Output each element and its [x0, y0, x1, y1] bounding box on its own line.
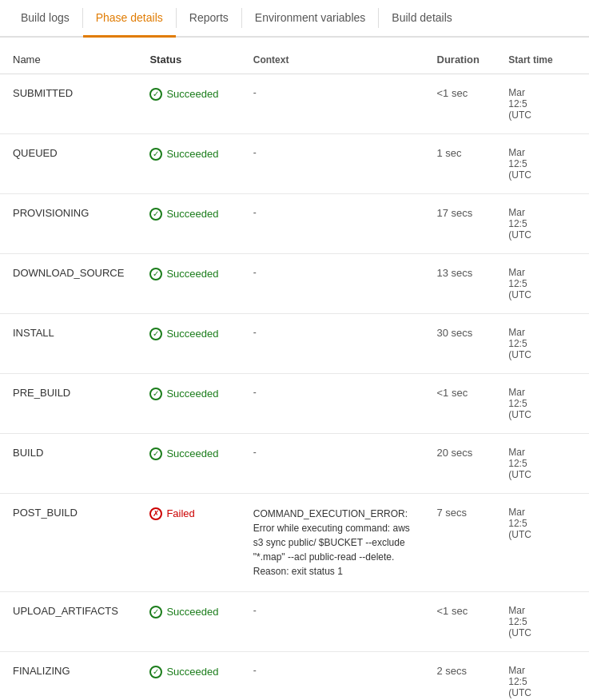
cell-status-8: ✓Succeeded: [137, 592, 240, 652]
status-succeeded: ✓Succeeded: [149, 328, 218, 340]
cell-duration-8: <1 sec: [424, 592, 496, 652]
table-row: FINALIZING✓Succeeded-2 secsMar 12:5 (UTC: [0, 652, 589, 701]
cell-duration-5: <1 sec: [424, 374, 496, 434]
cell-starttime-4: Mar 12:5 (UTC: [495, 314, 589, 374]
table-row: PRE_BUILD✓Succeeded-<1 secMar 12:5 (UTC: [0, 374, 589, 434]
cell-starttime-8: Mar 12:5 (UTC: [495, 592, 589, 652]
status-label: Succeeded: [166, 447, 218, 459]
status-label: Succeeded: [166, 666, 218, 678]
cell-starttime-3: Mar 12:5 (UTC: [495, 254, 589, 314]
fail-icon: ✗: [149, 507, 162, 520]
table-header: Name Status Context Duration Start time: [0, 46, 589, 74]
cell-starttime-6: Mar 12:5 (UTC: [495, 434, 589, 494]
cell-name-5: PRE_BUILD: [0, 374, 137, 434]
cell-context-5: -: [241, 374, 424, 434]
cell-status-7: ✗Failed: [137, 494, 240, 592]
status-label: Failed: [166, 507, 194, 519]
cell-name-4: INSTALL: [0, 314, 137, 374]
cell-name-0: SUBMITTED: [0, 74, 137, 134]
check-icon: ✓: [149, 328, 162, 340]
phase-details-table-wrapper: Name Status Context Duration Start time …: [0, 38, 589, 700]
col-header-context: Context: [241, 46, 424, 74]
cell-name-2: PROVISIONING: [0, 194, 137, 254]
cell-duration-1: 1 sec: [424, 134, 496, 194]
cell-context-6: -: [241, 434, 424, 494]
check-icon: ✓: [149, 388, 162, 400]
cell-name-8: UPLOAD_ARTIFACTS: [0, 592, 137, 652]
cell-duration-2: 17 secs: [424, 194, 496, 254]
status-succeeded: ✓Succeeded: [149, 268, 218, 280]
tab-environment-variables[interactable]: Environment variables: [242, 0, 379, 38]
cell-starttime-2: Mar 12:5 (UTC: [495, 194, 589, 254]
cell-context-0: -: [241, 74, 424, 134]
cell-context-9: -: [241, 652, 424, 701]
check-icon: ✓: [149, 208, 162, 221]
cell-duration-7: 7 secs: [424, 494, 496, 592]
status-label: Succeeded: [166, 208, 218, 220]
status-label: Succeeded: [166, 388, 218, 400]
cell-starttime-5: Mar 12:5 (UTC: [495, 374, 589, 434]
cell-starttime-0: Mar 12:5 (UTC: [495, 74, 589, 134]
cell-status-3: ✓Succeeded: [137, 254, 240, 314]
status-label: Succeeded: [166, 268, 218, 280]
status-label: Succeeded: [166, 328, 218, 340]
cell-context-7: COMMAND_EXECUTION_ERROR: Error while exe…: [241, 494, 424, 592]
col-header-starttime: Start time: [495, 46, 589, 74]
cell-status-0: ✓Succeeded: [137, 74, 240, 134]
check-icon: ✓: [149, 606, 162, 618]
cell-status-6: ✓Succeeded: [137, 434, 240, 494]
cell-duration-4: 30 secs: [424, 314, 496, 374]
status-succeeded: ✓Succeeded: [149, 388, 218, 400]
status-label: Succeeded: [166, 88, 218, 100]
check-icon: ✓: [149, 447, 162, 460]
col-header-status: Status: [137, 46, 240, 74]
tabs-bar: Build logsPhase detailsReportsEnvironmen…: [0, 0, 589, 38]
cell-name-6: BUILD: [0, 434, 137, 494]
tab-build-details[interactable]: Build details: [379, 0, 465, 38]
cell-status-5: ✓Succeeded: [137, 374, 240, 434]
cell-starttime-1: Mar 12:5 (UTC: [495, 134, 589, 194]
table-body: SUBMITTED✓Succeeded-<1 secMar 12:5 (UTCQ…: [0, 74, 589, 701]
check-icon: ✓: [149, 268, 162, 280]
status-succeeded: ✓Succeeded: [149, 666, 218, 678]
status-label: Succeeded: [166, 606, 218, 618]
cell-duration-9: 2 secs: [424, 652, 496, 701]
status-failed: ✗Failed: [149, 507, 194, 520]
cell-status-1: ✓Succeeded: [137, 134, 240, 194]
cell-name-1: QUEUED: [0, 134, 137, 194]
check-icon: ✓: [149, 88, 162, 101]
table-row: INSTALL✓Succeeded-30 secsMar 12:5 (UTC: [0, 314, 589, 374]
table-row: PROVISIONING✓Succeeded-17 secsMar 12:5 (…: [0, 194, 589, 254]
status-succeeded: ✓Succeeded: [149, 606, 218, 618]
tab-phase-details[interactable]: Phase details: [83, 0, 176, 38]
table-row: BUILD✓Succeeded-20 secsMar 12:5 (UTC: [0, 434, 589, 494]
check-icon: ✓: [149, 666, 162, 678]
cell-context-1: -: [241, 134, 424, 194]
status-label: Succeeded: [166, 148, 218, 160]
col-header-duration: Duration: [424, 46, 496, 74]
table-row: SUBMITTED✓Succeeded-<1 secMar 12:5 (UTC: [0, 74, 589, 134]
status-succeeded: ✓Succeeded: [149, 447, 218, 460]
check-icon: ✓: [149, 148, 162, 161]
cell-starttime-9: Mar 12:5 (UTC: [495, 652, 589, 701]
cell-name-9: FINALIZING: [0, 652, 137, 701]
cell-status-4: ✓Succeeded: [137, 314, 240, 374]
cell-name-7: POST_BUILD: [0, 494, 137, 592]
cell-context-2: -: [241, 194, 424, 254]
cell-context-3: -: [241, 254, 424, 314]
cell-context-4: -: [241, 314, 424, 374]
cell-name-3: DOWNLOAD_SOURCE: [0, 254, 137, 314]
table-row: POST_BUILD✗FailedCOMMAND_EXECUTION_ERROR…: [0, 494, 589, 592]
status-succeeded: ✓Succeeded: [149, 88, 218, 101]
status-succeeded: ✓Succeeded: [149, 208, 218, 221]
phase-details-table: Name Status Context Duration Start time …: [0, 46, 589, 700]
status-succeeded: ✓Succeeded: [149, 148, 218, 161]
cell-status-9: ✓Succeeded: [137, 652, 240, 701]
tab-build-logs[interactable]: Build logs: [8, 0, 82, 38]
col-header-name: Name: [0, 46, 137, 74]
cell-duration-0: <1 sec: [424, 74, 496, 134]
tab-reports[interactable]: Reports: [177, 0, 241, 38]
cell-context-8: -: [241, 592, 424, 652]
cell-duration-6: 20 secs: [424, 434, 496, 494]
cell-status-2: ✓Succeeded: [137, 194, 240, 254]
